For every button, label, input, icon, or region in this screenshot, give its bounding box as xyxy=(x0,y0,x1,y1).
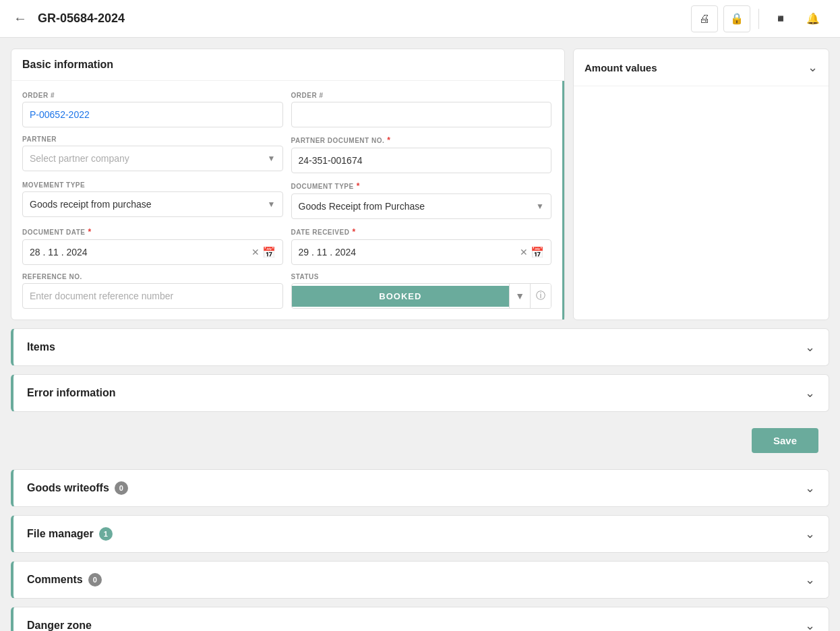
header-divider xyxy=(758,9,759,29)
header-actions: 🖨 🔒 ◾ 🔔 xyxy=(691,5,827,32)
comments-badge: 0 xyxy=(88,573,102,587)
status-info-icon: ⓘ xyxy=(536,290,545,302)
file-manager-title: File manager 1 xyxy=(27,527,113,541)
comments-chevron-icon: ⌄ xyxy=(805,572,815,587)
amount-values-title: Amount values xyxy=(584,62,657,73)
notifications-button[interactable]: 🔔 xyxy=(800,5,827,32)
document-date-required: * xyxy=(88,227,92,237)
save-button[interactable]: Save xyxy=(752,428,818,453)
goods-writeoffs-section[interactable]: Goods writeoffs 0 ⌄ xyxy=(11,469,829,507)
file-manager-header[interactable]: File manager 1 ⌄ xyxy=(13,516,829,552)
document-date-input[interactable]: 28 . 11 . 2024 ✕ 📅 xyxy=(22,239,283,265)
status-info-button[interactable]: ⓘ xyxy=(530,284,551,308)
movement-type-dropdown-icon: ▼ xyxy=(268,200,276,209)
partner-doc-value[interactable]: 24-351-001674 xyxy=(291,148,552,173)
items-header[interactable]: Items ⌄ xyxy=(13,329,829,365)
amount-values-card: Amount values ⌄ xyxy=(573,49,829,320)
items-section[interactable]: Items ⌄ xyxy=(11,328,829,366)
order-2-label: ORDER # xyxy=(291,92,552,99)
partner-doc-label: PARTNER DOCUMENT NO. * xyxy=(291,136,552,145)
error-info-header[interactable]: Error information ⌄ xyxy=(13,375,829,411)
main-content: Basic information ORDER # P-00652-2022 O… xyxy=(0,38,840,631)
danger-zone-section[interactable]: Danger zone ⌄ xyxy=(11,607,829,631)
movement-type-value: Goods receipt from purchase xyxy=(30,199,152,210)
reference-no-input[interactable]: Enter document reference number xyxy=(22,283,283,309)
danger-zone-title: Danger zone xyxy=(27,620,92,631)
print-icon: 🖨 xyxy=(699,13,710,25)
reference-no-label: REFERENCE NO. xyxy=(22,273,283,280)
error-info-title: Error information xyxy=(27,387,116,399)
document-date-calendar-icon[interactable]: 📅 xyxy=(262,246,276,259)
date-received-clear-icon[interactable]: ✕ xyxy=(520,247,528,258)
order-1-value[interactable]: P-00652-2022 xyxy=(22,102,283,127)
back-icon: ← xyxy=(13,11,27,26)
order-2-value[interactable] xyxy=(291,102,552,127)
reference-no-field: REFERENCE NO. Enter document reference n… xyxy=(22,273,283,309)
date-received-input[interactable]: 29 . 11 . 2024 ✕ 📅 xyxy=(291,239,552,265)
date-received-label: DATE RECEIVED * xyxy=(291,227,552,237)
movement-type-field: MOVEMENT TYPE Goods receipt from purchas… xyxy=(22,181,283,219)
back-button[interactable]: ← xyxy=(13,11,27,26)
document-date-label: DOCUMENT DATE * xyxy=(22,227,283,237)
status-badge: BOOKED xyxy=(292,286,510,307)
danger-zone-header[interactable]: Danger zone ⌄ xyxy=(13,607,829,631)
partner-placeholder: Select partner company xyxy=(30,153,129,164)
error-info-section[interactable]: Error information ⌄ xyxy=(11,374,829,412)
apps-button[interactable]: ◾ xyxy=(767,5,794,32)
comments-section[interactable]: Comments 0 ⌄ xyxy=(11,561,829,599)
document-type-required: * xyxy=(357,181,360,191)
movement-type-dropdown[interactable]: Goods receipt from purchase ▼ xyxy=(22,191,283,217)
document-type-label: DOCUMENT TYPE * xyxy=(291,181,552,191)
partner-field: PARTNER Select partner company ▼ xyxy=(22,136,283,173)
order-1-field: ORDER # P-00652-2022 xyxy=(22,92,283,127)
status-dropdown-button[interactable]: ▼ xyxy=(509,284,530,308)
date-received-field: DATE RECEIVED * 29 . 11 . 2024 ✕ 📅 xyxy=(291,227,552,265)
apps-icon: ◾ xyxy=(774,12,787,25)
order-2-field: ORDER # xyxy=(291,92,552,127)
print-button[interactable]: 🖨 xyxy=(691,5,718,32)
basic-info-title: Basic information xyxy=(22,59,113,70)
partner-doc-field: PARTNER DOCUMENT NO. * 24-351-001674 xyxy=(291,136,552,173)
amount-values-header[interactable]: Amount values ⌄ xyxy=(574,49,829,86)
document-type-dropdown[interactable]: Goods Receipt from Purchase ▼ xyxy=(291,193,552,219)
partner-dropdown-icon: ▼ xyxy=(268,154,276,163)
basic-information-card: Basic information ORDER # P-00652-2022 O… xyxy=(11,49,565,320)
comments-header[interactable]: Comments 0 ⌄ xyxy=(13,562,829,598)
date-received-required: * xyxy=(352,227,355,237)
document-type-field: DOCUMENT TYPE * Goods Receipt from Purch… xyxy=(291,181,552,219)
status-field: STATUS BOOKED ▼ ⓘ xyxy=(291,273,552,309)
form-grid: ORDER # P-00652-2022 ORDER # PARTNER xyxy=(22,92,551,309)
date-received-value: 29 . 11 . 2024 xyxy=(299,247,518,258)
items-title: Items xyxy=(27,341,55,353)
basic-info-header: Basic information xyxy=(11,49,564,81)
lock-icon: 🔒 xyxy=(730,12,744,25)
top-section: Basic information ORDER # P-00652-2022 O… xyxy=(11,49,829,320)
form-section: ORDER # P-00652-2022 ORDER # PARTNER xyxy=(11,81,564,320)
goods-writeoffs-chevron-icon: ⌄ xyxy=(805,481,815,495)
document-type-dropdown-icon: ▼ xyxy=(536,202,544,211)
document-date-clear-icon[interactable]: ✕ xyxy=(251,247,260,258)
file-manager-section[interactable]: File manager 1 ⌄ xyxy=(11,515,829,553)
goods-writeoffs-header[interactable]: Goods writeoffs 0 ⌄ xyxy=(13,470,829,506)
amount-values-chevron-icon: ⌄ xyxy=(808,60,818,75)
file-manager-badge: 1 xyxy=(99,527,113,541)
partner-doc-required: * xyxy=(387,136,390,145)
basic-info-body: ORDER # P-00652-2022 ORDER # PARTNER xyxy=(11,81,564,320)
app-header: ← GR-05684-2024 🖨 🔒 ◾ 🔔 xyxy=(0,0,840,38)
partner-dropdown[interactable]: Select partner company ▼ xyxy=(22,146,283,171)
error-info-chevron-icon: ⌄ xyxy=(805,386,815,400)
movement-type-label: MOVEMENT TYPE xyxy=(22,181,283,189)
date-received-calendar-icon[interactable]: 📅 xyxy=(531,246,544,259)
items-chevron-icon: ⌄ xyxy=(805,340,815,355)
order-1-label: ORDER # xyxy=(22,92,283,99)
page-title: GR-05684-2024 xyxy=(38,11,680,26)
goods-writeoffs-badge: 0 xyxy=(115,481,128,495)
status-label: STATUS xyxy=(291,273,552,280)
file-manager-chevron-icon: ⌄ xyxy=(805,527,815,541)
comments-title: Comments 0 xyxy=(27,573,102,587)
document-date-value: 28 . 11 . 2024 xyxy=(30,247,249,258)
document-type-value: Goods Receipt from Purchase xyxy=(299,201,425,212)
partner-label: PARTNER xyxy=(22,136,283,143)
lock-button[interactable]: 🔒 xyxy=(723,5,750,32)
danger-zone-chevron-icon: ⌄ xyxy=(805,618,815,631)
